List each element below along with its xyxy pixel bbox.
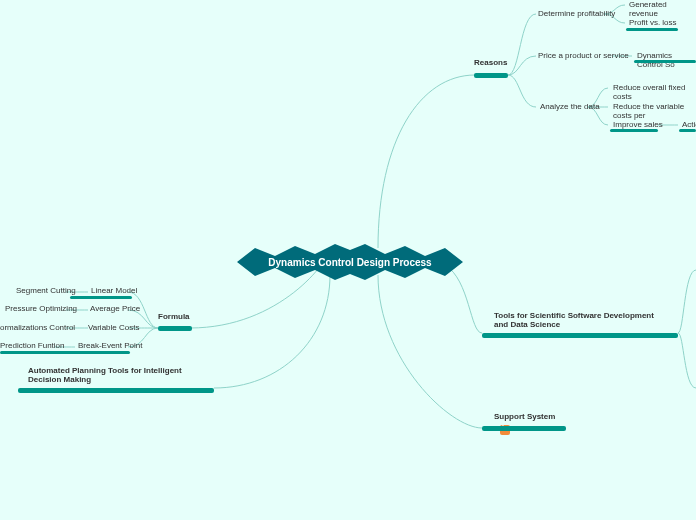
topic-support-system[interactable]: Support System xyxy=(494,412,555,435)
topic-automated-planning[interactable]: Automated Planning Tools for Intelligent… xyxy=(28,366,198,388)
central-node[interactable]: Dynamics Control Design Process xyxy=(237,238,463,286)
underline-linear-model xyxy=(70,296,132,299)
topic-price-product[interactable]: Price a product or service xyxy=(538,51,629,64)
underline-actio xyxy=(679,129,696,132)
topic-prediction-funtion[interactable]: Prediction Funtion xyxy=(0,341,64,354)
underline-tools-sci xyxy=(482,333,678,338)
topic-segment-cutting[interactable]: Segment Cutting xyxy=(16,286,76,299)
topic-reasons[interactable]: Reasons xyxy=(474,58,507,71)
topic-normalizations-control[interactable]: ormalizations Control xyxy=(0,323,75,336)
underline-support-system xyxy=(482,426,566,431)
topic-variable-costs[interactable]: Variable Costs xyxy=(88,323,139,336)
topic-formula[interactable]: Formula xyxy=(158,312,190,325)
central-node-label: Dynamics Control Design Process xyxy=(268,257,431,268)
underline-automated-planning xyxy=(18,388,214,393)
underline-formula xyxy=(158,326,192,331)
topic-determine-profitability[interactable]: Determine profitability xyxy=(538,9,615,22)
topic-tools-sci[interactable]: Tools for Scientific Software Developmen… xyxy=(494,311,664,333)
underline-dynamics-control-so xyxy=(634,60,696,63)
topic-pressure-optimizing[interactable]: Pressure Optimizing xyxy=(5,304,77,317)
topic-analyze-data[interactable]: Analyze the data xyxy=(540,102,600,115)
underline-reasons xyxy=(474,73,508,78)
underline-profit-vs-loss xyxy=(626,28,678,31)
underline-improve-sales xyxy=(610,129,658,132)
topic-average-price[interactable]: Average Price xyxy=(90,304,140,317)
